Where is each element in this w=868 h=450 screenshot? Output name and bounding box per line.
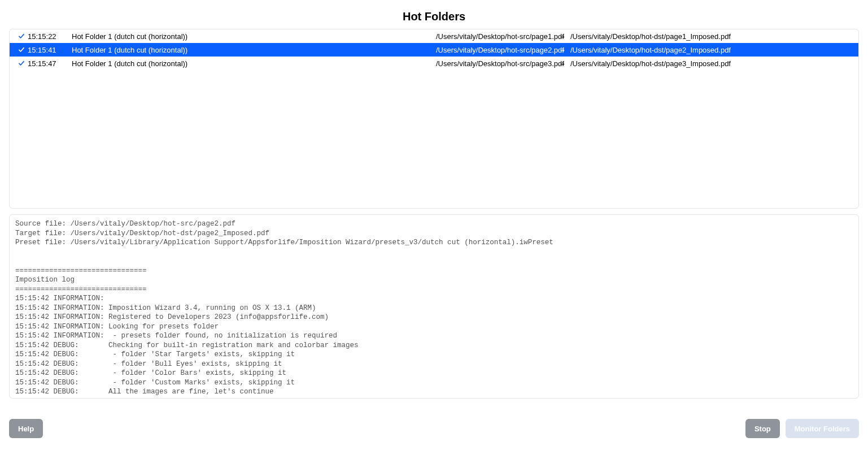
page-title: Hot Folders xyxy=(0,0,868,29)
row-source-path: /Users/vitaly/Desktop/hot-src/page3.pdf xyxy=(436,59,555,68)
table-row[interactable]: 15:15:22Hot Folder 1 (dutch cut (horizon… xyxy=(10,29,858,43)
log-text: Source file: /Users/vitaly/Desktop/hot-s… xyxy=(10,215,858,399)
row-target-path: /Users/vitaly/Desktop/hot-dst/page3_Impo… xyxy=(570,59,853,68)
row-source-path: /Users/vitaly/Desktop/hot-src/page2.pdf xyxy=(436,46,555,54)
table-row[interactable]: 15:15:47Hot Folder 1 (dutch cut (horizon… xyxy=(10,57,858,70)
row-source-path: /Users/vitaly/Desktop/hot-src/page1.pdf xyxy=(436,32,555,41)
table-row[interactable]: 15:15:41Hot Folder 1 (dutch cut (horizon… xyxy=(10,43,858,57)
row-folder-name: Hot Folder 1 (dutch cut (horizontal)) xyxy=(72,59,436,68)
check-icon xyxy=(15,60,28,67)
arrow-icon: → xyxy=(555,46,570,54)
row-target-path: /Users/vitaly/Desktop/hot-dst/page2_Impo… xyxy=(570,46,853,54)
row-folder-name: Hot Folder 1 (dutch cut (horizontal)) xyxy=(72,46,436,54)
row-folder-name: Hot Folder 1 (dutch cut (horizontal)) xyxy=(72,32,436,41)
row-time: 15:15:22 xyxy=(28,32,72,41)
log-panel[interactable]: Source file: /Users/vitaly/Desktop/hot-s… xyxy=(9,214,859,399)
arrow-icon: → xyxy=(555,59,570,68)
arrow-icon: → xyxy=(555,32,570,41)
help-button[interactable]: Help xyxy=(9,419,43,438)
stop-button[interactable]: Stop xyxy=(745,419,780,438)
check-icon xyxy=(15,33,28,40)
monitor-folders-button: Monitor Folders xyxy=(786,419,859,438)
row-time: 15:15:47 xyxy=(28,59,72,68)
row-target-path: /Users/vitaly/Desktop/hot-dst/page1_Impo… xyxy=(570,32,853,41)
footer-bar: Help Stop Monitor Folders xyxy=(0,414,868,450)
row-time: 15:15:41 xyxy=(28,46,72,54)
check-icon xyxy=(15,46,28,53)
jobs-list[interactable]: 15:15:22Hot Folder 1 (dutch cut (horizon… xyxy=(9,29,859,209)
